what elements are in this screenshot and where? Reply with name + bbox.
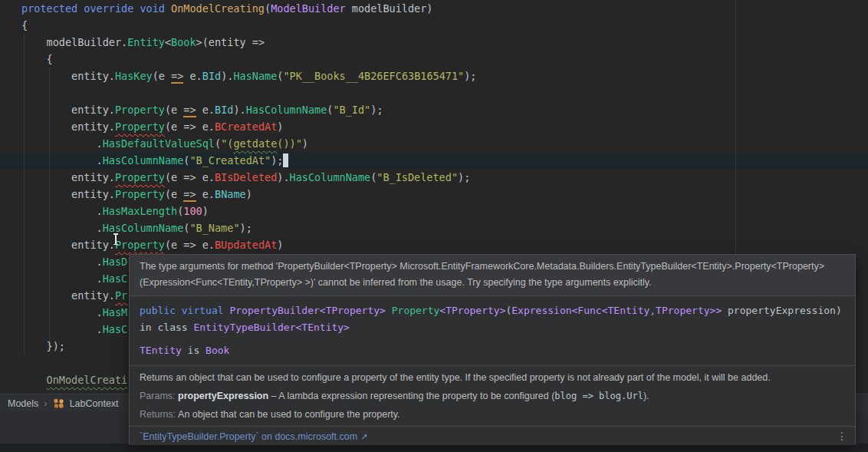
documentation-text: Returns an object that can be used to co… bbox=[130, 366, 855, 427]
quick-documentation-popup: The type arguments for method 'PropertyB… bbox=[129, 254, 856, 444]
param-description: A lambda expression representing the pro… bbox=[278, 391, 554, 401]
code-line: .HasDefaultValueSql("(getdate())") bbox=[21, 135, 476, 152]
breadcrumb-item-models[interactable]: Models bbox=[8, 398, 38, 409]
returns-label: Returns: bbox=[140, 409, 176, 420]
code-line: entity.Property(e => e.BUpdatedAt) bbox=[21, 236, 476, 253]
code-line: entity.Property(e => e.BIsDeleted).HasCo… bbox=[21, 169, 476, 186]
text-caret bbox=[283, 153, 288, 167]
param-name: propertyExpression bbox=[178, 391, 268, 401]
returns-description: An object that can be used to configure … bbox=[178, 409, 400, 420]
param-code-snippet: blog => blog.Url bbox=[554, 391, 643, 401]
param-dash: – bbox=[271, 391, 277, 401]
ide-window: protected override void OnModelCreating(… bbox=[0, 0, 868, 452]
breadcrumb-item-labcontext[interactable]: LabContext bbox=[70, 398, 119, 409]
code-line: .HasMaxLength(100) bbox=[21, 203, 476, 219]
popup-footer: `EntityTypeBuilder.Property` on docs.mic… bbox=[130, 427, 855, 445]
code-line: entity.HasKey(e => e.BId).HasName("PK__B… bbox=[21, 68, 476, 84]
doc-summary: Returns an object that can be used to co… bbox=[140, 368, 845, 387]
code-line: protected override void OnModelCreating(… bbox=[21, 0, 476, 17]
signature-line bbox=[140, 336, 845, 342]
signature-line: public virtual PropertyBuilder<TProperty… bbox=[140, 302, 845, 319]
code-line: entity.Property(e => e.BId).HasColumnNam… bbox=[21, 101, 476, 118]
code-line: entity.Property(e => e.BCreatedAt) bbox=[21, 118, 476, 135]
code-line: modelBuilder.Entity<Book>(entity => bbox=[21, 34, 476, 51]
mouse-ibeam-cursor bbox=[112, 233, 120, 246]
docs-link[interactable]: `EntityTypeBuilder.Property` on docs.mic… bbox=[140, 431, 357, 442]
code-line: { bbox=[21, 51, 476, 68]
signature-line: TEntity is Book bbox=[140, 342, 845, 359]
doc-params-row: Params: propertyExpression – A lambda ex… bbox=[140, 387, 845, 405]
code-line: { bbox=[21, 17, 476, 34]
signature-line: in class EntityTypeBuilder<TEntity> bbox=[140, 319, 845, 336]
code-line: .HasColumnName("B_Name"); bbox=[21, 219, 476, 236]
method-signature: public virtual PropertyBuilder<TProperty… bbox=[130, 296, 855, 366]
code-line: entity.Property(e => e.BName) bbox=[21, 186, 476, 203]
more-options-icon[interactable]: ⋮ bbox=[837, 431, 847, 441]
params-label: Params: bbox=[140, 391, 176, 401]
class-icon bbox=[53, 398, 64, 409]
code-line: .HasColumnName("B_CreatedAt"); bbox=[21, 152, 476, 169]
doc-returns-row: Returns: An object that can be used to c… bbox=[140, 405, 845, 424]
param-description-suffix: ). bbox=[643, 391, 649, 401]
code-line bbox=[21, 84, 476, 101]
chevron-right-icon: › bbox=[44, 398, 47, 409]
error-description: The type arguments for method 'PropertyB… bbox=[130, 255, 855, 296]
external-link-icon: ↗ bbox=[360, 432, 367, 441]
